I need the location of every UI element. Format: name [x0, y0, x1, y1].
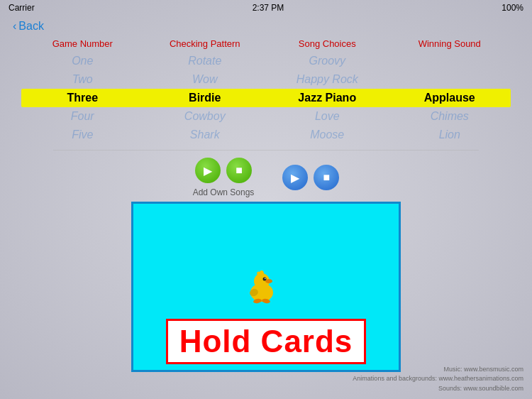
table-row[interactable]: Five Shark Moose Lion [21, 126, 511, 144]
header-game-number: Game Number [21, 38, 144, 49]
cell-song: Happy Rock [266, 72, 389, 87]
svg-point-3 [265, 278, 266, 279]
winning-sound-controls: ▶ ■ [282, 165, 339, 190]
carrier-label: Carrier [9, 3, 35, 13]
credit-line1: Music: www.bensmusic.com [353, 365, 523, 375]
cell-game: One [21, 53, 144, 69]
cell-song: Moose [266, 127, 389, 143]
cell-win: Lion [389, 127, 511, 143]
cell-win: Chimes [389, 109, 511, 124]
cell-win [389, 60, 511, 62]
play-icon: ▶ [204, 164, 212, 177]
header-song-choices: Song Choices [266, 38, 389, 49]
duck-character [243, 264, 282, 310]
song-controls: ▶ ■ Add Own Songs [193, 158, 255, 197]
time-label: 2:37 PM [253, 3, 284, 13]
status-bar: Carrier 2:37 PM 100% [0, 0, 532, 16]
data-table: Game Number Checking Pattern Song Choice… [0, 37, 532, 144]
cell-check: Wow [144, 72, 267, 87]
play-winning-button[interactable]: ▶ [282, 165, 308, 190]
cell-check: Birdie [144, 90, 267, 106]
cell-win [389, 78, 511, 81]
stop-icon: ■ [235, 164, 243, 177]
cell-song: Jazz Piano [266, 90, 389, 106]
column-headers: Game Number Checking Pattern Song Choice… [21, 37, 511, 50]
add-own-songs-label: Add Own Songs [193, 187, 255, 197]
cell-song: Love [266, 109, 389, 124]
svg-point-4 [265, 279, 272, 283]
header-winning-sound: Winning Sound [389, 38, 511, 49]
table-row[interactable]: Four Cowboy Love Chimes [21, 107, 511, 126]
play-song-button[interactable]: ▶ [195, 158, 221, 183]
cell-game: Five [21, 127, 144, 143]
credit-line2: Animations and backgrounds: www.heathers… [353, 374, 523, 384]
hold-cards-label: Hold Cards [166, 319, 367, 364]
cell-win: Applause [389, 90, 511, 106]
stop-song-button[interactable]: ■ [226, 158, 252, 183]
controls-area: ▶ ■ Add Own Songs ▶ ■ [0, 158, 532, 197]
stop-winning-button[interactable]: ■ [314, 165, 339, 190]
back-label: Back [18, 20, 44, 33]
cell-game: Two [21, 72, 144, 87]
cell-check: Cowboy [144, 109, 267, 124]
credit-line3: Sounds: www.soundbible.com [353, 384, 523, 394]
stop-winning-icon: ■ [323, 171, 331, 184]
divider [53, 150, 479, 151]
back-button[interactable]: ‹ Back [7, 17, 525, 35]
duck-icon [243, 264, 282, 307]
credits: Music: www.bensmusic.com Animations and … [353, 365, 523, 394]
cell-check: Shark [144, 127, 267, 143]
battery-label: 100% [501, 3, 523, 13]
table-row[interactable]: One Rotate Groovy [21, 52, 511, 70]
play-winning-icon: ▶ [291, 171, 299, 185]
song-btn-row: ▶ ■ [195, 158, 252, 183]
selected-table-row[interactable]: Three Birdie Jazz Piano Applause [21, 89, 511, 107]
cell-game: Three [21, 90, 144, 106]
cell-check: Rotate [144, 53, 267, 69]
header-checking-pattern: Checking Pattern [144, 38, 267, 49]
table-row[interactable]: Two Wow Happy Rock [21, 70, 511, 89]
cell-game: Four [21, 109, 144, 124]
back-chevron-icon: ‹ [13, 20, 16, 33]
preview-box: Hold Cards [131, 202, 401, 372]
cell-song: Groovy [266, 53, 389, 69]
